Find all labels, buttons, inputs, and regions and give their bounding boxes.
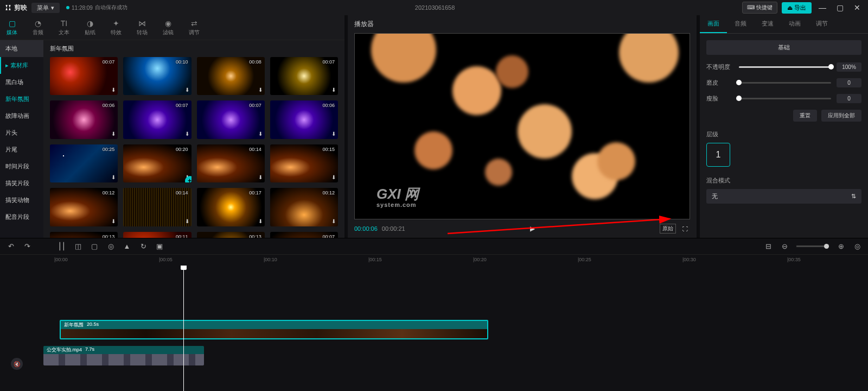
download-icon[interactable]: ⬇ [185,131,189,137]
slim-value[interactable]: 0 [837,94,861,103]
media-thumb-4[interactable]: 00:06⬇ [50,100,118,138]
download-icon[interactable]: ⬇ [258,174,263,180]
media-tab-0[interactable]: ▢媒体 [7,19,17,36]
shortcut-button[interactable]: ⌨ 快捷键 [742,2,777,14]
opacity-value[interactable]: 100% [837,62,861,72]
download-icon[interactable]: ⬇ [258,218,263,224]
basic-button[interactable]: 基础 [706,40,861,55]
media-thumb-2[interactable]: 00:08⬇ [197,57,265,95]
download-icon[interactable]: ⬇ [111,87,116,93]
reset-button[interactable]: 重置 [793,110,817,122]
player-viewport[interactable]: GXI 网 system.com [354,33,690,219]
sidebar-local[interactable]: 本地 [0,40,43,57]
download-icon[interactable]: ⬇ [331,87,336,93]
inspector-tab-3[interactable]: 动画 [781,15,808,33]
media-thumb-19[interactable]: 00:07⬇ [270,232,338,238]
minimize-button[interactable]: — [816,3,829,12]
download-icon[interactable]: ⬇ [185,218,189,224]
download-icon[interactable]: ⬇ [111,218,116,224]
add-icon[interactable]: + [185,176,192,182]
playhead[interactable] [183,266,184,391]
media-tab-3[interactable]: ◑贴纸 [85,19,95,36]
media-thumb-1[interactable]: 00:10⬇ [123,57,191,95]
fullscreen-button[interactable]: ⛶ [680,225,690,232]
close-button[interactable]: ✕ [851,3,864,12]
media-tab-6[interactable]: ◉滤镜 [163,19,174,36]
sidebar-cat-4[interactable]: 片尾 [0,141,43,158]
media-tab-2[interactable]: TI文本 [59,19,69,36]
freeze-button[interactable]: ◎ [106,242,115,250]
smooth-value[interactable]: 0 [837,78,861,87]
sidebar-cat-8[interactable]: 配音片段 [0,209,43,225]
media-thumb-18[interactable]: 00:13⬇ [197,232,265,238]
media-tab-5[interactable]: ⋈转场 [137,19,148,36]
inspector-tab-1[interactable]: 音频 [727,15,754,33]
media-tab-1[interactable]: ◔音频 [33,19,43,36]
download-icon[interactable]: ⬇ [111,131,116,137]
media-thumb-5[interactable]: 00:07⬇ [123,100,191,138]
inspector-tab-0[interactable]: 画面 [700,15,727,33]
media-thumb-13[interactable]: 00:14⬇ [123,188,191,226]
download-icon[interactable]: ⬇ [331,131,336,137]
download-icon[interactable]: ⬇ [331,174,336,180]
delete-right-button[interactable]: ▢ [90,242,99,250]
media-thumb-14[interactable]: 00:17⬇ [197,188,265,226]
inspector-tab-2[interactable]: 变速 [754,15,781,33]
slim-slider[interactable] [739,98,831,99]
sidebar-cat-0[interactable]: 黑白场 [0,74,43,91]
rotate-button[interactable]: ↻ [139,242,148,250]
smooth-slider[interactable] [739,82,831,84]
magnet-button[interactable]: ⊟ [764,242,773,250]
download-icon[interactable]: ⬇ [331,218,336,224]
media-thumb-10[interactable]: 00:14⬇ [197,144,265,182]
redo-button[interactable]: ↷ [23,242,31,250]
sidebar-cat-3[interactable]: 片头 [0,124,43,141]
sidebar-library[interactable]: ▸ 素材库 [0,57,43,74]
play-button[interactable]: ▶ [410,225,655,232]
sidebar-cat-5[interactable]: 时间片段 [0,158,43,175]
crop-button[interactable]: ▣ [155,242,164,250]
sidebar-cat-7[interactable]: 搞笑动物 [0,192,43,209]
media-thumb-3[interactable]: 00:07⬇ [270,57,338,95]
clip-overlay[interactable]: 新年氛围20.5s [60,320,488,339]
delete-left-button[interactable]: ◫ [74,242,82,250]
download-icon[interactable]: ⬇ [185,87,189,93]
undo-button[interactable]: ↶ [7,242,15,250]
sidebar-cat-1[interactable]: 新年氛围 [0,91,43,108]
blend-mode-dropdown[interactable]: 无⇅ [706,189,861,204]
media-thumb-7[interactable]: 00:06⬇ [270,100,338,138]
media-tab-4[interactable]: ✦特效 [111,19,122,36]
media-thumb-15[interactable]: 00:12⬇ [270,188,338,226]
opacity-slider[interactable] [739,66,831,68]
timeline-tracks[interactable]: 🔇 新年氛围20.5s 公交车实拍.mp47.7s [0,266,868,391]
download-icon[interactable]: ⬇ [111,174,116,180]
media-thumb-6[interactable]: 00:07⬇ [197,100,265,138]
export-button[interactable]: ⏏ 导出 [782,2,812,14]
inspector-tab-4[interactable]: 调节 [808,15,835,33]
maximize-button[interactable]: ▢ [833,3,846,12]
download-icon[interactable]: ⬇ [258,131,263,137]
split-button[interactable]: ⎮⎮ [58,242,66,250]
menu-button[interactable]: 菜单▾ [31,3,60,13]
download-icon[interactable]: ⬇ [258,87,263,93]
mirror-button[interactable]: ▲ [123,242,131,250]
sidebar-cat-6[interactable]: 搞笑片段 [0,175,43,192]
ratio-button[interactable]: 原始 [660,224,676,234]
apply-all-button[interactable]: 应用到全部 [821,110,861,122]
media-thumb-8[interactable]: 00:25⬇ [50,144,118,182]
media-thumb-17[interactable]: 00:11⬇ [123,232,191,238]
track-mute-button[interactable]: 🔇 [11,358,23,370]
media-thumb-16[interactable]: 00:13⬇ [50,232,118,238]
media-thumb-0[interactable]: 00:07⬇ [50,57,118,95]
media-thumb-12[interactable]: 00:12⬇ [50,188,118,226]
zoom-in-button[interactable]: ⊕ [837,242,845,250]
media-thumb-9[interactable]: 00:20⬇+ [123,144,191,182]
zoom-out-button[interactable]: ⊖ [780,242,789,250]
media-tab-7[interactable]: ⇄调节 [189,19,200,36]
layer-box[interactable]: 1 [706,143,730,167]
clip-main[interactable]: 公交车实拍.mp47.7s [43,346,204,365]
zoom-fit-button[interactable]: ◎ [853,242,861,250]
timeline-ruler[interactable]: |00:00|00:05|00:10|00:15|00:20|00:25|00:… [43,255,868,266]
sidebar-cat-2[interactable]: 故障动画 [0,108,43,124]
media-thumb-11[interactable]: 00:15⬇ [270,144,338,182]
